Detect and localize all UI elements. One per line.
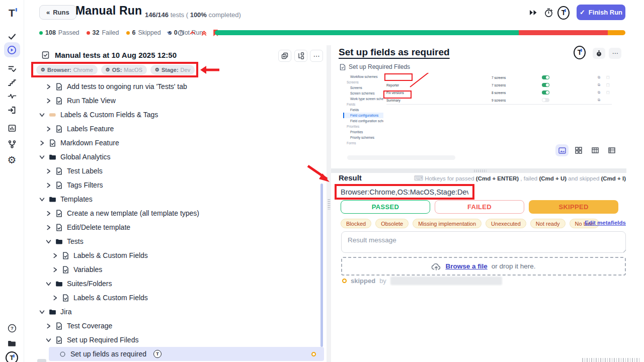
- failed-dot: [87, 31, 90, 35]
- chevron-down-icon[interactable]: [39, 112, 45, 118]
- tree-item[interactable]: Labels & Custom Fields & Tags: [31, 108, 324, 122]
- tree-scrollbar[interactable]: [320, 184, 323, 347]
- tree-item[interactable]: Create a new template (all template type…: [31, 206, 324, 220]
- browse-file-link[interactable]: Browse a file: [445, 262, 487, 270]
- chevron-right-icon[interactable]: [46, 84, 51, 89]
- test-file-icon: [62, 266, 69, 274]
- chevron-right-icon[interactable]: [52, 295, 58, 301]
- tag-os[interactable]: ⚙OS:MacOS: [101, 65, 147, 75]
- tree-item-selected[interactable]: Set up fields as requiredT: [49, 347, 324, 361]
- chevron-right-icon[interactable]: [46, 126, 51, 132]
- tree-item[interactable]: Variables: [31, 262, 324, 277]
- image-view-icon[interactable]: [555, 144, 569, 156]
- projects-folder-icon[interactable]: [4, 336, 20, 351]
- skipped-button[interactable]: SKIPPED: [529, 200, 618, 214]
- attachment-hscrollbar[interactable]: [347, 155, 455, 160]
- tree-item[interactable]: Labels & Custom Fields: [31, 291, 324, 305]
- import-nav-icon[interactable]: [4, 103, 20, 118]
- tree-item[interactable]: Suites/Folders: [31, 277, 324, 291]
- timer-icon[interactable]: [542, 7, 554, 19]
- passed-count[interactable]: 108Passed: [39, 29, 79, 36]
- grid-view-icon[interactable]: [572, 144, 585, 156]
- edit-icon: ⧉: [598, 75, 600, 79]
- failed-button[interactable]: FAILED: [435, 200, 524, 214]
- metafield-badge[interactable]: Missing implementation: [413, 219, 481, 228]
- chevron-right-icon[interactable]: [39, 140, 45, 146]
- circle-filter-icon[interactable]: [178, 30, 184, 36]
- test-more-button[interactable]: ⋯: [609, 48, 621, 59]
- test-logo-badge[interactable]: T: [574, 46, 586, 58]
- list-view-icon[interactable]: [605, 144, 618, 156]
- file-dropzone[interactable]: Browse a file or drop it here.: [341, 257, 626, 276]
- tree-item-label: Suites/Folders: [67, 280, 112, 288]
- chevron-down-icon[interactable]: [39, 154, 45, 160]
- chevron-right-icon[interactable]: [46, 183, 51, 188]
- fast-forward-icon[interactable]: [527, 7, 539, 19]
- metafield-badge[interactable]: Obsolete: [375, 219, 409, 228]
- metafield-badge[interactable]: Not ready: [530, 219, 566, 228]
- tree-item[interactable]: Edit/Delete template: [31, 220, 324, 234]
- user-avatar[interactable]: T: [4, 350, 20, 362]
- settings-nav-icon[interactable]: ⚙: [4, 152, 20, 167]
- pulse-nav-icon[interactable]: [4, 88, 20, 104]
- test-timer-button[interactable]: [593, 48, 605, 59]
- reports-nav-icon[interactable]: [4, 121, 20, 136]
- collapse-chevron-icon[interactable]: [166, 30, 173, 36]
- tag-stage[interactable]: ⚙Stage:Dev: [150, 65, 195, 75]
- tree-item[interactable]: Set up Required Fileds: [31, 333, 324, 347]
- tree-item[interactable]: Test Coverage: [31, 319, 324, 333]
- chevron-down-icon[interactable]: [39, 197, 45, 202]
- back-to-runs-button[interactable]: « Runs: [39, 5, 76, 20]
- panel-splitter[interactable]: [327, 45, 331, 362]
- runs-nav-icon[interactable]: [4, 42, 20, 57]
- help-icon[interactable]: ?: [4, 321, 20, 336]
- tree-item[interactable]: Test Labels: [31, 164, 324, 178]
- chevron-right-icon[interactable]: [46, 98, 51, 104]
- tree-item[interactable]: Templates: [31, 192, 324, 206]
- chevron-down-icon[interactable]: [46, 337, 51, 343]
- app-logo-badge[interactable]: T: [557, 7, 570, 19]
- metafield-badge[interactable]: Unexecuted: [486, 219, 526, 228]
- chevron-up-icon[interactable]: [189, 30, 196, 36]
- tag-browser[interactable]: ⚙Browser:Chrome: [36, 65, 98, 75]
- chevron-down-icon[interactable]: [46, 239, 51, 244]
- breadcrumb[interactable]: Set up Required Fileds: [340, 63, 410, 70]
- tree-item[interactable]: Tags Filters: [31, 178, 324, 192]
- tree-item[interactable]: Jira: [31, 305, 324, 319]
- tree-item[interactable]: Tests: [31, 234, 324, 248]
- result-config-input[interactable]: [337, 188, 472, 196]
- table-view-icon[interactable]: [589, 144, 602, 156]
- duplicate-button[interactable]: [278, 50, 291, 62]
- tree-item[interactable]: Add tests to ongoing run via 'Tests' tab: [31, 79, 324, 94]
- metafield-badge[interactable]: Blocked: [341, 219, 371, 228]
- chevron-right-icon[interactable]: [46, 211, 51, 216]
- tree-view-button[interactable]: [294, 50, 307, 62]
- app-logo-icon[interactable]: T: [4, 5, 20, 20]
- failed-count[interactable]: 32Failed: [87, 29, 119, 36]
- edit-metafields-link[interactable]: Edit metafields: [585, 220, 626, 226]
- tree-item[interactable]: Global Analytics: [31, 150, 324, 164]
- attachment-screenshot[interactable]: Workflow schemesScreensScreensScreen sch…: [343, 73, 613, 147]
- test-plans-nav-icon[interactable]: [4, 61, 20, 76]
- passed-button[interactable]: PASSED: [341, 200, 430, 214]
- tree-item[interactable]: Markdown Feature: [31, 136, 324, 150]
- tree-item[interactable]: Labels Feature: [31, 122, 324, 136]
- chevron-right-icon[interactable]: [46, 168, 51, 174]
- skipped-count[interactable]: 6Skipped: [126, 29, 161, 36]
- finish-run-button[interactable]: ✓ Finish Run: [577, 5, 625, 20]
- double-chevron-up-icon[interactable]: [201, 30, 207, 36]
- chevron-right-icon[interactable]: [52, 267, 58, 273]
- chevron-right-icon[interactable]: [46, 323, 51, 329]
- tree-item[interactable]: Labels & Custom Fields: [31, 248, 324, 262]
- chevron-down-icon[interactable]: [39, 309, 45, 315]
- test-title[interactable]: Set up fields as required: [339, 47, 450, 58]
- branches-nav-icon[interactable]: [4, 137, 20, 152]
- app-window: T ⚙ ?: [0, 0, 644, 362]
- result-splitter[interactable]: [331, 168, 626, 173]
- chevron-down-icon[interactable]: [46, 281, 51, 287]
- tree-item[interactable]: Run Table View: [31, 94, 324, 108]
- tree-more-button[interactable]: ⋯: [310, 50, 323, 62]
- result-message-textarea[interactable]: [341, 231, 626, 253]
- chevron-right-icon[interactable]: [46, 225, 51, 230]
- chevron-right-icon[interactable]: [52, 253, 58, 258]
